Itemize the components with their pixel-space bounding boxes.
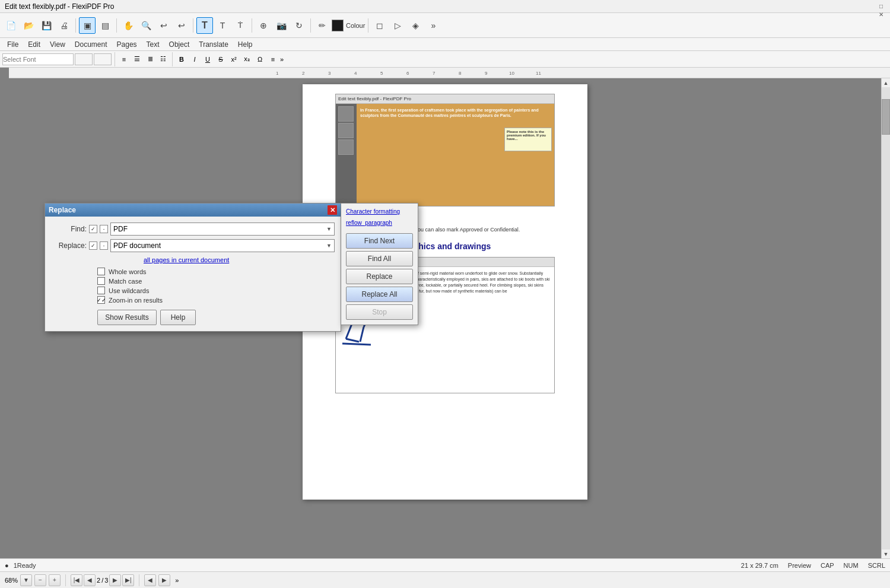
move-tool-button[interactable]: ⊕ bbox=[255, 17, 272, 34]
rotate-button[interactable]: ↻ bbox=[291, 17, 307, 34]
nav-forward-button[interactable]: ▶ bbox=[158, 574, 170, 586]
zoom-checkbox[interactable]: ✓ bbox=[97, 296, 105, 304]
scroll-up-button[interactable]: ▲ bbox=[882, 78, 891, 87]
menu-document[interactable]: Document bbox=[70, 39, 112, 50]
bold-button[interactable]: B bbox=[176, 53, 187, 65]
pdf-top-text: In France, the first separation of craft… bbox=[360, 107, 551, 118]
select2-button[interactable]: ▷ bbox=[389, 17, 406, 34]
text-more-button[interactable]: » bbox=[280, 56, 284, 63]
pencil-button[interactable]: ✏ bbox=[314, 17, 330, 34]
find-all-button[interactable]: Find All bbox=[346, 251, 413, 266]
find-checkbox-2[interactable]: - bbox=[100, 225, 108, 233]
align-center-button[interactable]: ☰ bbox=[131, 53, 143, 65]
replace-checkbox[interactable] bbox=[89, 241, 97, 250]
help-button[interactable]: Help bbox=[160, 310, 196, 325]
text-select-button[interactable]: Ṫ bbox=[232, 17, 249, 34]
nav-more[interactable]: » bbox=[175, 577, 179, 584]
more-button[interactable]: » bbox=[425, 17, 441, 34]
find-checkbox[interactable] bbox=[89, 225, 97, 233]
page-navigation: |◀ ◀ 2 / 3 ▶ ▶| bbox=[71, 574, 134, 586]
align-right-button[interactable]: ≣ bbox=[144, 53, 156, 65]
replace-dropdown[interactable]: PDF document ▼ bbox=[110, 239, 335, 252]
scroll-down-button[interactable]: ▼ bbox=[882, 549, 891, 558]
superscript-button[interactable]: x² bbox=[228, 53, 240, 65]
whole-words-checkbox[interactable] bbox=[97, 268, 105, 275]
replace-dialog-close-button[interactable]: ✕ bbox=[328, 205, 337, 215]
print-button[interactable]: 🖨 bbox=[56, 17, 72, 34]
font-size-box1[interactable] bbox=[75, 53, 93, 65]
find-button[interactable]: 🔍 bbox=[138, 17, 154, 34]
menu-pages[interactable]: Pages bbox=[112, 39, 142, 50]
navigate-button[interactable]: ↩ bbox=[155, 17, 172, 34]
scope-link[interactable]: all pages in current document bbox=[144, 256, 229, 263]
replace-button[interactable]: Replace bbox=[346, 269, 413, 284]
replace-all-button[interactable]: Replace All bbox=[346, 287, 413, 302]
menu-translate[interactable]: Translate bbox=[194, 39, 233, 50]
separator-4 bbox=[252, 18, 252, 33]
font-select-input[interactable] bbox=[2, 53, 74, 65]
camera-button[interactable]: 📷 bbox=[273, 17, 290, 34]
close-button[interactable]: ✕ bbox=[877, 11, 885, 19]
scroll-track[interactable] bbox=[882, 87, 890, 549]
main-toolbar: 📄 📂 💾 🖨 ▣ ▤ ✋ 🔍 ↩ ↩ T T Ṫ ⊕ 📷 ↻ ✏ Colour… bbox=[0, 13, 890, 38]
match-case-checkbox[interactable] bbox=[97, 277, 105, 285]
svg-line-19 bbox=[342, 344, 371, 345]
select3-button[interactable]: ◈ bbox=[407, 17, 424, 34]
window-controls: ─ □ ✕ bbox=[877, 0, 885, 19]
align-left-button[interactable]: ≡ bbox=[118, 53, 130, 65]
reflow-link[interactable]: reflow_paragraph bbox=[346, 220, 392, 226]
menu-help[interactable]: Help bbox=[233, 39, 258, 50]
underline-button[interactable]: U bbox=[202, 53, 214, 65]
view2-button[interactable]: ▤ bbox=[97, 17, 113, 34]
special-button[interactable]: Ω bbox=[254, 53, 266, 65]
maximize-button[interactable]: □ bbox=[877, 2, 885, 11]
last-page-button[interactable]: ▶| bbox=[122, 574, 134, 586]
zoom-out-button[interactable]: − bbox=[34, 574, 46, 586]
italic-button[interactable]: I bbox=[189, 53, 201, 65]
show-results-button[interactable]: Show Results bbox=[97, 310, 157, 325]
find-dropdown[interactable]: PDF ▼ bbox=[110, 223, 335, 236]
canvas-area[interactable]: Edit text flexibly.pdf - FlexiPDF Pro In… bbox=[9, 78, 881, 558]
new-button[interactable]: 📄 bbox=[2, 17, 19, 34]
align-justify-button[interactable]: ☷ bbox=[157, 53, 169, 65]
prev-page-button[interactable]: ◀ bbox=[84, 574, 96, 586]
replace-row: Replace: - PDF document ▼ bbox=[51, 239, 335, 252]
replace-dialog-titlebar: Replace ✕ bbox=[45, 204, 341, 217]
page-total: 3 bbox=[104, 577, 108, 584]
select1-button[interactable]: ◻ bbox=[371, 17, 388, 34]
menu-text[interactable]: Text bbox=[142, 39, 164, 50]
subscript-button[interactable]: x₂ bbox=[241, 53, 253, 65]
menu-edit[interactable]: Edit bbox=[23, 39, 45, 50]
list-button[interactable]: ≡ bbox=[267, 53, 279, 65]
text-tool-button[interactable]: T bbox=[196, 17, 213, 34]
ruler: 1 2 3 4 5 6 7 8 9 10 11 bbox=[9, 68, 890, 78]
color-picker[interactable] bbox=[332, 20, 344, 31]
font-size-box2[interactable] bbox=[94, 53, 112, 65]
nav-back-button[interactable]: ◀ bbox=[144, 574, 156, 586]
find-next-button[interactable]: Find Next bbox=[346, 233, 413, 249]
zoom-dropdown-button[interactable]: ▼ bbox=[20, 574, 32, 586]
whole-words-label: Whole words bbox=[109, 268, 147, 275]
svg-text:6: 6 bbox=[406, 71, 409, 76]
option-match-case: Match case bbox=[97, 277, 335, 285]
text-tool2-button[interactable]: T bbox=[214, 17, 231, 34]
open-button[interactable]: 📂 bbox=[20, 17, 37, 34]
replace-checkbox-2[interactable]: - bbox=[100, 241, 108, 250]
first-page-button[interactable]: |◀ bbox=[71, 574, 82, 586]
stop-button[interactable]: Stop bbox=[346, 304, 413, 320]
save-button[interactable]: 💾 bbox=[38, 17, 55, 34]
menu-file[interactable]: File bbox=[2, 39, 23, 50]
wildcards-checkbox[interactable] bbox=[97, 287, 105, 294]
menu-object[interactable]: Object bbox=[164, 39, 195, 50]
colour-label: Colour bbox=[346, 22, 365, 29]
hand-tool-button[interactable]: ✋ bbox=[120, 17, 136, 34]
scroll-thumb[interactable] bbox=[882, 99, 890, 135]
char-format-link[interactable]: Character formatting bbox=[346, 208, 400, 215]
next-page-button[interactable]: ▶ bbox=[109, 574, 121, 586]
zoom-in-button[interactable]: + bbox=[49, 574, 61, 586]
undo-button[interactable]: ↩ bbox=[173, 17, 190, 34]
menu-view[interactable]: View bbox=[45, 39, 70, 50]
strikethrough-button[interactable]: S bbox=[215, 53, 227, 65]
view1-button[interactable]: ▣ bbox=[79, 17, 96, 34]
svg-text:11: 11 bbox=[536, 71, 541, 76]
